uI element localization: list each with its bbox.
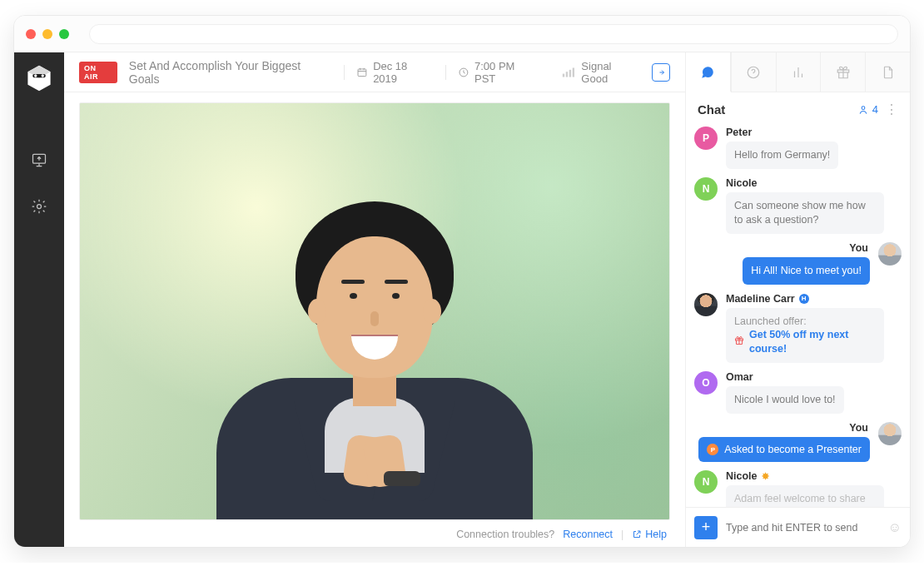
help-link[interactable]: Help	[645, 529, 667, 540]
right-panel-tabs	[686, 52, 910, 92]
calendar-icon	[356, 67, 368, 78]
presenter-badge-icon: P	[707, 444, 718, 455]
message-bubble: Hello from Germany!	[726, 142, 838, 169]
signal-bars-icon	[562, 67, 575, 78]
minimize-window-button[interactable]	[42, 29, 52, 39]
left-rail	[14, 52, 64, 547]
gift-icon	[836, 65, 851, 80]
svg-rect-12	[572, 67, 574, 77]
add-attachment-button[interactable]: +	[694, 516, 718, 539]
avatar	[694, 293, 718, 316]
message-bubble: Launched offer: Get 50% off my next cour…	[726, 308, 884, 364]
message-bubble: Hi All! Nice to meet you!	[743, 257, 870, 285]
avatar: P	[694, 127, 718, 150]
chat-message-self: You P Asked to become a Presenter	[694, 422, 902, 462]
external-link-icon	[632, 529, 642, 539]
host-badge-icon: H	[799, 294, 809, 304]
svg-point-15	[862, 106, 865, 109]
svg-point-6	[37, 205, 42, 209]
brand-logo	[25, 64, 53, 92]
chat-message: N Nicole ✸ Adam feel welcome to share yo…	[694, 470, 902, 507]
app-window: ON AIR Set And Accomplish Your Biggest G…	[13, 15, 911, 548]
gift-icon	[734, 335, 744, 350]
tab-chat[interactable]	[686, 52, 731, 92]
reconnect-link[interactable]: Reconnect	[563, 529, 613, 540]
chat-message: N Nicole Can someone show me how to ask …	[694, 177, 902, 234]
offer-link[interactable]: Get 50% off my next course!	[749, 328, 876, 356]
leave-room-button[interactable]	[652, 63, 670, 82]
viewer-count[interactable]: 4	[857, 103, 878, 116]
person-icon	[857, 104, 869, 116]
chat-message: O Omar Nicole I would love to!	[694, 371, 902, 414]
avatar	[878, 422, 902, 445]
tab-offers[interactable]	[820, 52, 865, 92]
url-bar[interactable]	[89, 24, 898, 44]
tab-questions[interactable]	[731, 52, 776, 92]
sender-name: You	[849, 242, 870, 254]
avatar: N	[694, 470, 718, 494]
svg-rect-11	[569, 69, 570, 77]
message-bubble: Adam feel welcome to share your	[726, 485, 884, 507]
session-time: 7:00 PM PST	[458, 60, 538, 85]
avatar: O	[694, 371, 718, 395]
on-air-badge: ON AIR	[79, 62, 117, 83]
avatar: N	[694, 177, 718, 201]
exit-icon	[656, 67, 666, 77]
question-icon	[746, 65, 761, 80]
svg-point-3	[34, 74, 37, 77]
tab-polls[interactable]	[776, 52, 821, 92]
maximize-window-button[interactable]	[59, 29, 69, 39]
message-bubble: Can someone show me how to ask a questio…	[726, 192, 884, 234]
compose-bar: + ☺	[686, 507, 910, 547]
bar-chart-icon	[791, 65, 806, 80]
right-panel: Chat 4 ⋮ P Peter Hello from Germany!	[685, 52, 910, 547]
svg-point-4	[42, 74, 44, 77]
main-area: ON AIR Set And Accomplish Your Biggest G…	[64, 52, 685, 547]
chat-header: Chat 4 ⋮	[686, 92, 910, 123]
sender-name: Omar	[726, 371, 844, 383]
sender-name: Nicole ✸	[726, 470, 884, 482]
settings-gear-icon[interactable]	[30, 197, 48, 216]
webcam-video	[79, 102, 670, 520]
avatar	[878, 242, 902, 266]
titlebar	[14, 16, 910, 52]
session-title: Set And Accomplish Your Biggest Goals	[129, 59, 332, 86]
clock-icon	[458, 67, 469, 78]
session-topbar: ON AIR Set And Accomplish Your Biggest G…	[64, 52, 685, 92]
chat-bubble-icon	[700, 65, 715, 80]
svg-rect-7	[358, 68, 366, 76]
connection-footer: Connection troubles? Reconnect | Help	[79, 520, 670, 540]
message-bubble: Nicole I would love to!	[726, 386, 844, 414]
chat-scroll: P Peter Hello from Germany! N Nicole Can…	[686, 123, 910, 507]
chat-message: P Peter Hello from Germany!	[694, 127, 902, 169]
sender-name: Nicole	[726, 177, 884, 189]
screen-share-icon[interactable]	[30, 151, 48, 169]
chat-message: Madeline Carr H Launched offer: Get 50% …	[694, 293, 902, 364]
chat-message-self: You Hi All! Nice to meet you!	[694, 242, 902, 285]
emoji-picker-button[interactable]: ☺	[888, 520, 902, 535]
tab-handouts[interactable]	[865, 52, 910, 92]
sender-name: Madeline Carr H	[726, 293, 884, 305]
sender-name: Peter	[726, 127, 838, 138]
sender-name: You	[849, 422, 870, 434]
chat-options-menu[interactable]: ⋮	[885, 103, 898, 117]
document-icon	[881, 65, 896, 80]
close-window-button[interactable]	[26, 29, 36, 39]
signal-status: Signal Good	[562, 60, 641, 85]
session-date: Dec 18 2019	[356, 60, 434, 85]
stage: Connection troubles? Reconnect | Help	[64, 92, 685, 547]
sparkle-icon: ✸	[762, 471, 769, 482]
presenter-request-pill: P Asked to become a Presenter	[698, 437, 870, 462]
connection-troubles-label: Connection troubles?	[456, 529, 554, 540]
window-controls	[26, 29, 69, 39]
chat-title: Chat	[698, 102, 725, 117]
chat-input[interactable]	[726, 522, 880, 534]
svg-rect-9	[562, 73, 564, 77]
svg-rect-10	[565, 72, 567, 77]
